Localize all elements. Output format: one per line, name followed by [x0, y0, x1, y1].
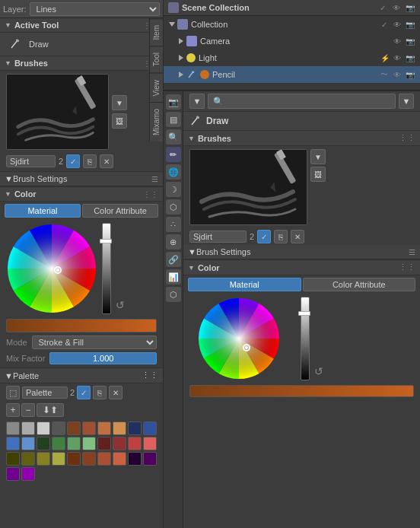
props-brush-image[interactable] — [189, 149, 307, 225]
sc-col-eye[interactable]: 👁 — [392, 19, 402, 30]
brush-settings-header[interactable]: ▼ Brush Settings ☰ — [0, 172, 163, 186]
color-reset-btn[interactable]: ↺ — [116, 299, 125, 311]
palette-swatch-31[interactable] — [21, 467, 35, 481]
palette-swatch-12[interactable] — [37, 437, 50, 450]
palette-swatch-16[interactable] — [97, 437, 111, 450]
props-icon-tool[interactable]: ✏ — [166, 147, 181, 162]
props-color-wheel[interactable] — [189, 297, 296, 380]
sc-pencil-cam[interactable]: 📷 — [405, 69, 415, 80]
palette-swatch-25[interactable] — [82, 452, 96, 466]
palette-swatch-24[interactable] — [67, 452, 81, 466]
props-icon-physics[interactable]: ⊕ — [166, 234, 181, 250]
view-tab[interactable]: View — [150, 73, 163, 103]
props-icon-output[interactable]: ▤ — [166, 112, 181, 127]
palette-swatch-19[interactable] — [143, 437, 157, 450]
palette-swatch-26[interactable] — [97, 452, 111, 466]
palette-swatch-4[interactable] — [67, 421, 81, 435]
props-tool-select[interactable]: ▼ — [189, 94, 205, 109]
sc-collection-item[interactable]: Collection ✓ 👁 📷 — [164, 16, 420, 33]
sc-light-cam[interactable]: 📷 — [405, 52, 415, 63]
palette-grid-icon[interactable]: ⬚ — [6, 386, 20, 399]
sc-light-bolt[interactable]: ⚡ — [380, 52, 390, 63]
palette-swatch-8[interactable] — [128, 421, 142, 435]
brush-preview[interactable] — [6, 74, 109, 150]
sc-camera-item[interactable]: Camera 👁 📷 — [164, 33, 420, 49]
palette-sort-btn[interactable]: ⬇⬆ — [37, 403, 64, 417]
brush-expand-btn[interactable]: ▼ — [112, 95, 127, 110]
palette-name-input[interactable] — [22, 386, 68, 399]
props-color-tab-attribute[interactable]: Color Attribute — [303, 278, 416, 291]
props-color-tab-material[interactable]: Material — [188, 278, 301, 291]
props-brush-copy-btn[interactable]: ⎘ — [274, 230, 288, 243]
palette-swatch-20[interactable] — [6, 452, 20, 466]
sc-light-item[interactable]: Light ⚡ 👁 📷 — [164, 49, 420, 66]
props-color-header[interactable]: ▼ Color ⋮⋮ — [183, 260, 420, 275]
props-color-swatch[interactable] — [189, 385, 414, 397]
palette-swatch-22[interactable] — [37, 452, 50, 466]
brush-x-btn[interactable]: ✕ — [100, 154, 113, 168]
props-value-handle[interactable] — [298, 311, 310, 316]
palette-swatch-14[interactable] — [67, 437, 81, 450]
props-icon-world[interactable]: ☽ — [166, 182, 181, 197]
props-icon-material[interactable]: ⬡ — [166, 287, 181, 302]
mixamo-tab[interactable]: Mixamo — [150, 102, 163, 142]
brush-name-input[interactable]: Sjdirt — [6, 155, 56, 167]
palette-remove-btn[interactable]: − — [21, 403, 35, 417]
palette-swatch-17[interactable] — [113, 437, 126, 450]
palette-swatch-13[interactable] — [52, 437, 65, 450]
props-search-bar[interactable]: 🔍 — [208, 94, 396, 109]
props-icon-constraints[interactable]: 🔗 — [166, 252, 181, 267]
props-brush-expand-btn[interactable]: ▼ — [310, 149, 326, 164]
palette-swatch-28[interactable] — [128, 452, 142, 466]
palette-check-btn[interactable]: ✓ — [77, 386, 91, 399]
palette-swatch-5[interactable] — [82, 421, 96, 435]
props-icon-scene[interactable]: 🌐 — [166, 164, 181, 180]
palette-swatch-30[interactable] — [6, 467, 20, 481]
props-options-btn[interactable]: ▼ — [399, 94, 414, 109]
sc-cam-eye[interactable]: 👁 — [392, 36, 402, 46]
props-icon-object[interactable]: ⬡ — [166, 199, 181, 215]
palette-swatch-27[interactable] — [113, 452, 126, 466]
palette-swatch-21[interactable] — [21, 452, 35, 466]
sc-eye-icon[interactable]: 👁 — [391, 2, 402, 13]
color-wheel[interactable] — [6, 223, 97, 314]
palette-header[interactable]: ▼ Palette ⋮⋮ — [0, 368, 163, 383]
palette-swatch-10[interactable] — [6, 437, 20, 450]
props-brush-x-btn[interactable]: ✕ — [291, 230, 304, 243]
color-tab-attribute[interactable]: Color Attribute — [82, 204, 158, 218]
props-bs-list-icon[interactable]: ☰ — [409, 248, 415, 256]
props-brush-img-btn[interactable]: 🖼 — [310, 167, 326, 182]
props-brush-settings-header[interactable]: ▼ Brush Settings ☰ — [183, 245, 420, 259]
sc-col-cam[interactable]: 📷 — [405, 19, 415, 30]
palette-swatch-29[interactable] — [143, 452, 157, 466]
palette-swatch-2[interactable] — [37, 421, 50, 435]
props-icon-render[interactable]: 📷 — [166, 94, 181, 110]
palette-swatch-9[interactable] — [143, 421, 157, 435]
sc-check-icon[interactable]: ✓ — [377, 2, 388, 13]
brush-img-btn[interactable]: 🖼 — [112, 113, 127, 129]
layer-select[interactable]: Lines — [30, 2, 160, 16]
brush-copy-btn[interactable]: ⎘ — [83, 154, 97, 168]
active-tool-header[interactable]: ▼ Active Tool ⋮⋮ — [0, 18, 163, 33]
color-tab-material[interactable]: Material — [5, 204, 81, 218]
brushes-header[interactable]: ▼ Brushes ⋮⋮ — [0, 56, 163, 71]
palette-swatch-3[interactable] — [52, 421, 65, 435]
palette-swatch-0[interactable] — [6, 421, 20, 435]
palette-swatch-18[interactable] — [128, 437, 142, 450]
sc-light-eye[interactable]: 👁 — [392, 52, 402, 63]
props-icon-view[interactable]: 🔍 — [166, 129, 181, 145]
palette-x-btn[interactable]: ✕ — [109, 386, 123, 399]
props-value-bar[interactable] — [301, 297, 310, 380]
props-brush-name-input[interactable] — [189, 231, 247, 243]
palette-swatch-6[interactable] — [97, 421, 111, 435]
sc-cam-cam2[interactable]: 📷 — [405, 36, 415, 46]
brush-settings-list-icon[interactable]: ☰ — [151, 175, 158, 183]
color-current-swatch[interactable] — [6, 319, 157, 332]
color-section-header[interactable]: ▼ Color ⋮⋮ — [0, 187, 163, 202]
color-mode-select[interactable]: Stroke & Fill — [32, 336, 157, 349]
brush-check-btn[interactable]: ✓ — [66, 154, 80, 168]
props-brush-check-btn[interactable]: ✓ — [257, 230, 271, 243]
sc-pencil-squiggle[interactable]: 〜 — [379, 69, 390, 80]
palette-copy-btn[interactable]: ⎘ — [93, 386, 107, 399]
sc-cam-icon[interactable]: 📷 — [405, 2, 415, 13]
